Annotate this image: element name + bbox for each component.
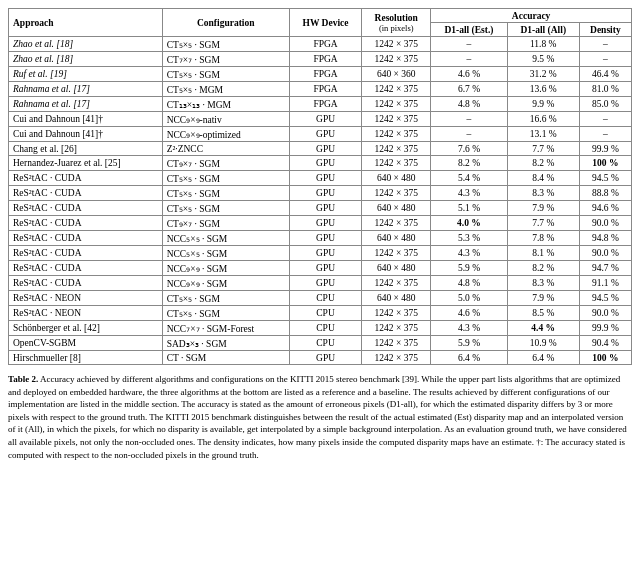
cell-acc-est: 5.9 % <box>431 261 508 276</box>
table-row: Cui and Dahnoun [41]†NCC₉×₉-optimizedGPU… <box>9 127 632 142</box>
cell-acc-all: 7.9 % <box>507 291 579 306</box>
table-row: ReS²tAC · CUDACT₅×₅ · SGMGPU1242 × 3754.… <box>9 186 632 201</box>
cell-hw: GPU <box>289 171 361 186</box>
cell-acc-est: 5.1 % <box>431 201 508 216</box>
cell-hw: GPU <box>289 142 361 156</box>
cell-resolution: 1242 × 375 <box>362 112 431 127</box>
cell-approach: Ruf et al. [19] <box>9 67 163 82</box>
cell-density: 46.4 % <box>579 67 631 82</box>
cell-hw: CPU <box>289 291 361 306</box>
col-acc-est: D1-all (Est.) <box>431 23 508 37</box>
cell-resolution: 1242 × 375 <box>362 276 431 291</box>
cell-resolution: 1242 × 375 <box>362 142 431 156</box>
cell-approach: ReS²tAC · NEON <box>9 291 163 306</box>
cell-acc-all: 8.2 % <box>507 156 579 171</box>
cell-approach: ReS²tAC · CUDA <box>9 231 163 246</box>
cell-resolution: 1242 × 375 <box>362 52 431 67</box>
cell-acc-est: 4.8 % <box>431 276 508 291</box>
cell-config: SAD₃×₃ · SGM <box>162 336 289 351</box>
cell-hw: FPGA <box>289 52 361 67</box>
cell-resolution: 1242 × 375 <box>362 321 431 336</box>
cell-hw: GPU <box>289 201 361 216</box>
table-row: ReS²tAC · NEONCT₅×₅ · SGMCPU1242 × 3754.… <box>9 306 632 321</box>
cell-density: – <box>579 52 631 67</box>
cell-approach: Hernandez-Juarez et al. [25] <box>9 156 163 171</box>
table-row: Zhao et al. [18]CT₅×₅ · SGMFPGA1242 × 37… <box>9 37 632 52</box>
cell-acc-all: 13.1 % <box>507 127 579 142</box>
cell-approach: OpenCV-SGBM <box>9 336 163 351</box>
cell-acc-est: 4.0 % <box>431 216 508 231</box>
cell-acc-all: 13.6 % <box>507 82 579 97</box>
cell-acc-all: 4.4 % <box>507 321 579 336</box>
cell-hw: CPU <box>289 336 361 351</box>
cell-density: 94.6 % <box>579 201 631 216</box>
cell-approach: Zhao et al. [18] <box>9 37 163 52</box>
table-row: Hirschmueller [8]CT · SGMGPU1242 × 3756.… <box>9 351 632 365</box>
table-row: Cui and Dahnoun [41]†NCC₉×₉-nativGPU1242… <box>9 112 632 127</box>
cell-config: NCC₉×₉ · SGM <box>162 261 289 276</box>
cell-hw: FPGA <box>289 97 361 112</box>
cell-acc-all: 7.8 % <box>507 231 579 246</box>
cell-config: CT · SGM <box>162 351 289 365</box>
cell-resolution: 1242 × 375 <box>362 186 431 201</box>
table-row: ReS²tAC · CUDANCC₅×₅ · SGMGPU1242 × 3754… <box>9 246 632 261</box>
cell-resolution: 640 × 360 <box>362 67 431 82</box>
cell-config: NCC₉×₉ · SGM <box>162 276 289 291</box>
cell-approach: ReS²tAC · CUDA <box>9 276 163 291</box>
cell-approach: ReS²tAC · NEON <box>9 306 163 321</box>
cell-density: 81.0 % <box>579 82 631 97</box>
col-acc-all: D1-all (All) <box>507 23 579 37</box>
table-row: ReS²tAC · CUDACT₉×₇ · SGMGPU1242 × 3754.… <box>9 216 632 231</box>
col-resolution: Resolution (in pixels) <box>362 9 431 37</box>
cell-density: 91.1 % <box>579 276 631 291</box>
cell-config: CT₁₃×₁₃ · MGM <box>162 97 289 112</box>
table-row: Rahnama et al. [17]CT₁₃×₁₃ · MGMFPGA1242… <box>9 97 632 112</box>
cell-acc-est: 4.3 % <box>431 246 508 261</box>
cell-acc-est: – <box>431 52 508 67</box>
table-row: Ruf et al. [19]CT₅×₅ · SGMFPGA640 × 3604… <box>9 67 632 82</box>
cell-hw: GPU <box>289 231 361 246</box>
cell-acc-all: 8.2 % <box>507 261 579 276</box>
col-hw: HW Device <box>289 9 361 37</box>
cell-hw: GPU <box>289 351 361 365</box>
cell-resolution: 640 × 480 <box>362 261 431 276</box>
cell-resolution: 1242 × 375 <box>362 246 431 261</box>
cell-density: 90.0 % <box>579 306 631 321</box>
cell-config: NCC₉×₉-nativ <box>162 112 289 127</box>
cell-density: 99.9 % <box>579 142 631 156</box>
cell-density: 90.4 % <box>579 336 631 351</box>
cell-acc-all: 16.6 % <box>507 112 579 127</box>
cell-density: – <box>579 127 631 142</box>
cell-density: 94.5 % <box>579 291 631 306</box>
cell-density: – <box>579 112 631 127</box>
cell-density: 100 % <box>579 156 631 171</box>
cell-resolution: 1242 × 375 <box>362 336 431 351</box>
cell-hw: GPU <box>289 216 361 231</box>
cell-resolution: 640 × 480 <box>362 201 431 216</box>
cell-config: NCC₉×₉-optimized <box>162 127 289 142</box>
cell-approach: Hirschmueller [8] <box>9 351 163 365</box>
cell-resolution: 1242 × 375 <box>362 127 431 142</box>
cell-density: 90.0 % <box>579 216 631 231</box>
cell-config: CT₅×₅ · SGM <box>162 67 289 82</box>
cell-config: CT₅×₅ · SGM <box>162 186 289 201</box>
cell-config: CT₅×₅ · SGM <box>162 37 289 52</box>
cell-config: CT₉×₇ · SGM <box>162 216 289 231</box>
cell-density: 94.8 % <box>579 231 631 246</box>
cell-acc-est: 4.6 % <box>431 306 508 321</box>
cell-resolution: 640 × 480 <box>362 291 431 306</box>
cell-resolution: 1242 × 375 <box>362 216 431 231</box>
accuracy-table: Approach Configuration HW Device Resolut… <box>8 8 632 365</box>
cell-hw: GPU <box>289 186 361 201</box>
cell-acc-all: 7.7 % <box>507 216 579 231</box>
cell-acc-est: 4.3 % <box>431 186 508 201</box>
cell-hw: GPU <box>289 156 361 171</box>
cell-hw: GPU <box>289 127 361 142</box>
cell-resolution: 640 × 480 <box>362 171 431 186</box>
cell-config: CT₅×₅ · SGM <box>162 306 289 321</box>
cell-density: 94.7 % <box>579 261 631 276</box>
table-row: Zhao et al. [18]CT₇×₇ · SGMFPGA1242 × 37… <box>9 52 632 67</box>
cell-config: CT₅×₅ · SGM <box>162 291 289 306</box>
cell-acc-all: 9.9 % <box>507 97 579 112</box>
cell-acc-est: – <box>431 37 508 52</box>
